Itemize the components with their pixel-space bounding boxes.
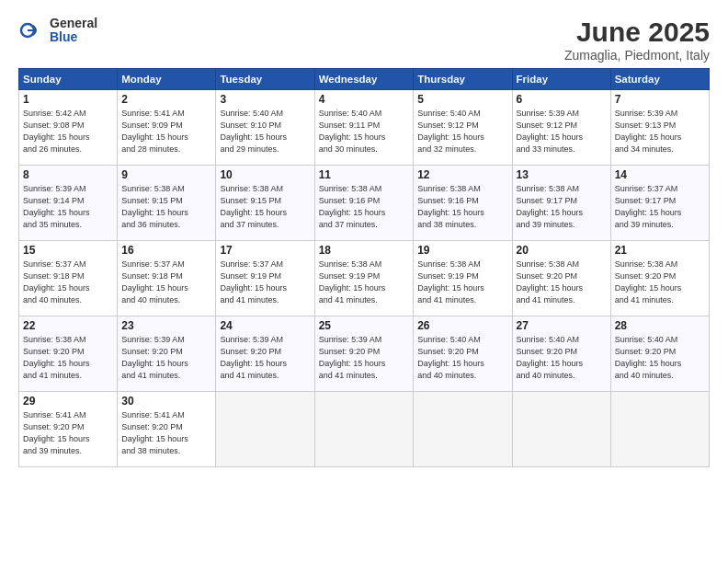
day-info: Sunrise: 5:41 AMSunset: 9:20 PMDaylight:…: [121, 409, 211, 457]
table-row: 8Sunrise: 5:39 AMSunset: 9:14 PMDaylight…: [19, 166, 118, 241]
table-row: [512, 392, 610, 467]
day-info: Sunrise: 5:39 AMSunset: 9:20 PMDaylight:…: [121, 334, 211, 382]
calendar-week-row: 15Sunrise: 5:37 AMSunset: 9:18 PMDayligh…: [19, 241, 710, 316]
day-number: 8: [23, 168, 113, 181]
table-row: 19Sunrise: 5:38 AMSunset: 9:19 PMDayligh…: [414, 241, 512, 316]
table-row: 30Sunrise: 5:41 AMSunset: 9:20 PMDayligh…: [118, 392, 216, 467]
day-info: Sunrise: 5:40 AMSunset: 9:12 PMDaylight:…: [417, 108, 507, 155]
day-number: 13: [517, 168, 607, 181]
header: General Blue June 2025 Zumaglia, Piedmon…: [18, 17, 710, 63]
day-info: Sunrise: 5:38 AMSunset: 9:20 PMDaylight:…: [23, 334, 113, 382]
day-info: Sunrise: 5:42 AMSunset: 9:08 PMDaylight:…: [23, 108, 113, 155]
day-number: 30: [121, 395, 211, 408]
day-number: 4: [319, 93, 410, 106]
table-row: 18Sunrise: 5:38 AMSunset: 9:19 PMDayligh…: [314, 241, 414, 316]
day-info: Sunrise: 5:39 AMSunset: 9:20 PMDaylight:…: [220, 334, 310, 382]
calendar-table: Sunday Monday Tuesday Wednesday Thursday…: [18, 68, 710, 467]
table-row: 9Sunrise: 5:38 AMSunset: 9:15 PMDaylight…: [118, 166, 216, 241]
day-info: Sunrise: 5:41 AMSunset: 9:20 PMDaylight:…: [23, 409, 113, 457]
day-info: Sunrise: 5:39 AMSunset: 9:14 PMDaylight:…: [23, 183, 113, 231]
table-row: 11Sunrise: 5:38 AMSunset: 9:16 PMDayligh…: [314, 166, 414, 241]
day-info: Sunrise: 5:38 AMSunset: 9:19 PMDaylight:…: [319, 259, 410, 306]
day-number: 20: [517, 244, 607, 257]
day-info: Sunrise: 5:38 AMSunset: 9:15 PMDaylight:…: [220, 183, 310, 231]
col-monday: Monday: [118, 69, 216, 90]
day-info: Sunrise: 5:38 AMSunset: 9:15 PMDaylight:…: [121, 183, 211, 231]
day-number: 21: [615, 244, 705, 257]
table-row: 6Sunrise: 5:39 AMSunset: 9:12 PMDaylight…: [512, 90, 610, 166]
day-number: 11: [319, 168, 410, 181]
page: General Blue June 2025 Zumaglia, Piedmon…: [0, 0, 728, 563]
col-saturday: Saturday: [610, 69, 709, 90]
table-row: 29Sunrise: 5:41 AMSunset: 9:20 PMDayligh…: [19, 392, 118, 467]
day-number: 15: [23, 244, 113, 257]
table-row: 26Sunrise: 5:40 AMSunset: 9:20 PMDayligh…: [414, 316, 512, 392]
day-number: 27: [517, 319, 607, 332]
day-info: Sunrise: 5:39 AMSunset: 9:20 PMDaylight:…: [319, 334, 410, 382]
col-friday: Friday: [512, 69, 610, 90]
day-info: Sunrise: 5:37 AMSunset: 9:18 PMDaylight:…: [121, 259, 211, 306]
table-row: 12Sunrise: 5:38 AMSunset: 9:16 PMDayligh…: [414, 166, 512, 241]
day-info: Sunrise: 5:39 AMSunset: 9:13 PMDaylight:…: [615, 108, 705, 155]
day-number: 10: [220, 168, 310, 181]
day-info: Sunrise: 5:41 AMSunset: 9:09 PMDaylight:…: [121, 108, 211, 155]
day-info: Sunrise: 5:39 AMSunset: 9:12 PMDaylight:…: [517, 108, 607, 155]
day-number: 24: [220, 319, 310, 332]
col-wednesday: Wednesday: [314, 69, 414, 90]
day-info: Sunrise: 5:37 AMSunset: 9:18 PMDaylight:…: [23, 259, 113, 306]
calendar-title: June 2025: [564, 17, 710, 48]
logo: General Blue: [18, 17, 97, 45]
day-info: Sunrise: 5:38 AMSunset: 9:17 PMDaylight:…: [517, 183, 607, 231]
table-row: 28Sunrise: 5:40 AMSunset: 9:20 PMDayligh…: [610, 316, 709, 392]
calendar-week-row: 29Sunrise: 5:41 AMSunset: 9:20 PMDayligh…: [19, 392, 710, 467]
table-row: 21Sunrise: 5:38 AMSunset: 9:20 PMDayligh…: [610, 241, 709, 316]
day-info: Sunrise: 5:38 AMSunset: 9:20 PMDaylight:…: [615, 259, 705, 306]
table-row: 7Sunrise: 5:39 AMSunset: 9:13 PMDaylight…: [610, 90, 709, 166]
table-row: 4Sunrise: 5:40 AMSunset: 9:11 PMDaylight…: [314, 90, 414, 166]
day-info: Sunrise: 5:40 AMSunset: 9:11 PMDaylight:…: [319, 108, 410, 155]
day-number: 29: [23, 395, 113, 408]
day-info: Sunrise: 5:38 AMSunset: 9:19 PMDaylight:…: [417, 259, 507, 306]
day-info: Sunrise: 5:38 AMSunset: 9:16 PMDaylight:…: [417, 183, 507, 231]
day-number: 22: [23, 319, 113, 332]
table-row: 13Sunrise: 5:38 AMSunset: 9:17 PMDayligh…: [512, 166, 610, 241]
day-info: Sunrise: 5:40 AMSunset: 9:10 PMDaylight:…: [220, 108, 310, 155]
day-number: 16: [121, 244, 211, 257]
day-info: Sunrise: 5:38 AMSunset: 9:20 PMDaylight:…: [517, 259, 607, 306]
day-info: Sunrise: 5:37 AMSunset: 9:19 PMDaylight:…: [220, 259, 310, 306]
table-row: 10Sunrise: 5:38 AMSunset: 9:15 PMDayligh…: [216, 166, 314, 241]
day-info: Sunrise: 5:40 AMSunset: 9:20 PMDaylight:…: [615, 334, 705, 382]
table-row: [414, 392, 512, 467]
day-number: 28: [615, 319, 705, 332]
day-number: 19: [417, 244, 507, 257]
day-number: 2: [121, 93, 211, 106]
day-number: 25: [319, 319, 410, 332]
day-number: 14: [615, 168, 705, 181]
day-number: 6: [517, 93, 607, 106]
table-row: [610, 392, 709, 467]
logo-icon: [18, 17, 44, 43]
table-row: 5Sunrise: 5:40 AMSunset: 9:12 PMDaylight…: [414, 90, 512, 166]
day-number: 7: [615, 93, 705, 106]
table-row: 27Sunrise: 5:40 AMSunset: 9:20 PMDayligh…: [512, 316, 610, 392]
table-row: 3Sunrise: 5:40 AMSunset: 9:10 PMDaylight…: [216, 90, 314, 166]
col-thursday: Thursday: [414, 69, 512, 90]
header-row: Sunday Monday Tuesday Wednesday Thursday…: [19, 69, 710, 90]
table-row: 22Sunrise: 5:38 AMSunset: 9:20 PMDayligh…: [19, 316, 118, 392]
col-sunday: Sunday: [19, 69, 118, 90]
day-info: Sunrise: 5:37 AMSunset: 9:17 PMDaylight:…: [615, 183, 705, 231]
title-block: June 2025 Zumaglia, Piedmont, Italy: [564, 17, 710, 63]
table-row: 15Sunrise: 5:37 AMSunset: 9:18 PMDayligh…: [19, 241, 118, 316]
day-info: Sunrise: 5:40 AMSunset: 9:20 PMDaylight:…: [517, 334, 607, 382]
day-info: Sunrise: 5:38 AMSunset: 9:16 PMDaylight:…: [319, 183, 410, 231]
table-row: [216, 392, 314, 467]
day-number: 1: [23, 93, 113, 106]
calendar-subtitle: Zumaglia, Piedmont, Italy: [564, 48, 710, 63]
day-number: 17: [220, 244, 310, 257]
table-row: 16Sunrise: 5:37 AMSunset: 9:18 PMDayligh…: [118, 241, 216, 316]
day-number: 12: [417, 168, 507, 181]
day-number: 3: [220, 93, 310, 106]
day-number: 26: [417, 319, 507, 332]
calendar-week-row: 8Sunrise: 5:39 AMSunset: 9:14 PMDaylight…: [19, 166, 710, 241]
table-row: 23Sunrise: 5:39 AMSunset: 9:20 PMDayligh…: [118, 316, 216, 392]
